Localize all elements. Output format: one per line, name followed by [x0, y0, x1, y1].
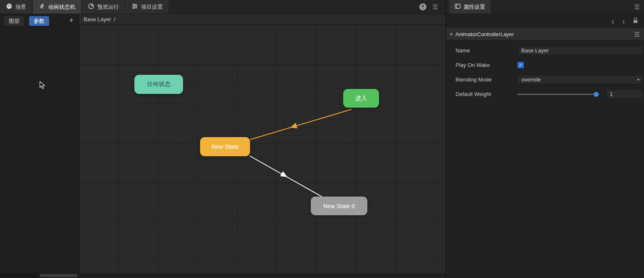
add-parameter-button[interactable]: +	[69, 16, 74, 25]
inspector-panel-icon	[455, 4, 461, 10]
node-entry[interactable]: 进入	[343, 89, 379, 108]
node-any-state-label: 任何状态	[147, 81, 171, 88]
node-new-state[interactable]: New State	[200, 137, 250, 156]
tab-property-settings-label: 属性设置	[463, 3, 485, 11]
play-on-wake-label: Play On Wake	[456, 62, 518, 68]
animator-editor-window: 场景 动画状态机 预览运行 项目设置 ? ☰ 图层	[0, 0, 644, 278]
tab-project-settings-label: 项目设置	[141, 3, 163, 11]
node-any-state[interactable]: 任何状态	[134, 75, 183, 94]
scene-icon	[6, 3, 12, 11]
default-weight-label: Default Weight	[456, 91, 518, 97]
blending-mode-label: Blending Mode	[456, 76, 518, 83]
help-icon[interactable]: ?	[419, 3, 426, 10]
tab-animator-state-machine[interactable]: 动画状态机	[33, 0, 81, 14]
checkmark-icon: ✓	[519, 62, 523, 68]
menu-icon[interactable]: ☰	[433, 4, 438, 10]
default-weight-input[interactable]	[606, 89, 643, 99]
name-input[interactable]	[518, 46, 643, 55]
layers-tab-button[interactable]: 图层	[4, 16, 24, 26]
field-blending-mode: Blending Mode override ▾	[446, 72, 644, 87]
topbar-right-controls: ? ☰	[419, 0, 446, 14]
blending-mode-select[interactable]: override ▾	[518, 75, 643, 84]
canvas-horizontal-scrollbar[interactable]	[79, 273, 446, 278]
state-machine-icon	[39, 3, 45, 11]
state-machine-graph[interactable]: 任何状态 进入 New State New State 0	[79, 25, 446, 278]
blending-mode-value: override	[521, 76, 541, 83]
field-play-on-wake: Play On Wake ✓	[446, 58, 644, 72]
chevron-down-icon: ▾	[637, 77, 639, 82]
tab-preview-run[interactable]: 预览运行	[82, 0, 125, 14]
component-title: AnimatorControllerLayer	[456, 31, 514, 37]
history-forward-icon[interactable]: ›	[622, 17, 625, 25]
tab-project-settings[interactable]: 项目设置	[126, 0, 168, 14]
node-entry-label: 进入	[355, 95, 367, 102]
history-back-icon[interactable]: ‹	[612, 17, 614, 25]
field-default-weight: Default Weight	[446, 87, 644, 101]
parameters-tab-button[interactable]: 参数	[29, 16, 49, 26]
property-fields: Name Play On Wake ✓ Blending Mode overri…	[446, 40, 644, 101]
tab-scene-label: 场景	[15, 3, 26, 11]
tab-preview-label: 预览运行	[97, 3, 119, 11]
breadcrumb: Base Layer /	[79, 14, 446, 25]
state-machine-canvas-area: Base Layer / 任何状态 进入 New State N	[79, 14, 446, 278]
inspector-panel: 属性设置 ☰ ‹ › ▾ AnimatorControllerLayer ☰ N…	[446, 0, 644, 278]
node-new-state-0-label: New State 0	[323, 203, 355, 209]
transition-edges	[79, 25, 446, 278]
default-weight-slider[interactable]	[518, 91, 599, 97]
name-label: Name	[456, 47, 518, 54]
inspector-tab-bar: 属性设置 ☰	[446, 0, 644, 14]
node-new-state-label: New State	[212, 143, 239, 150]
side-panel-toolbar: 图层 参数 +	[0, 14, 79, 27]
project-settings-icon	[131, 3, 138, 11]
tab-scene[interactable]: 场景	[0, 0, 32, 14]
node-new-state-0[interactable]: New State 0	[311, 197, 367, 215]
graph-side-panel: 图层 参数 +	[0, 14, 79, 278]
collapse-arrow-icon[interactable]: ▾	[450, 32, 453, 37]
inspector-menu-icon[interactable]: ☰	[634, 4, 644, 10]
transition-entry-to-newstate[interactable]	[250, 109, 352, 140]
main-tab-bar: 场景 动画状态机 预览运行 项目设置 ? ☰	[0, 0, 446, 14]
scrollbar-handle[interactable]	[40, 274, 78, 277]
mouse-cursor	[40, 81, 47, 91]
side-panel-horizontal-scrollbar[interactable]	[0, 273, 79, 278]
breadcrumb-separator: /	[114, 16, 116, 22]
tab-property-settings[interactable]: 属性设置	[449, 0, 490, 14]
field-name: Name	[446, 43, 644, 58]
lock-icon[interactable]	[633, 17, 638, 25]
component-menu-icon[interactable]: ☰	[634, 31, 640, 37]
tab-animator-label: 动画状态机	[48, 3, 75, 11]
component-section-header[interactable]: ▾ AnimatorControllerLayer ☰	[446, 28, 644, 40]
preview-icon	[88, 3, 94, 11]
breadcrumb-layer[interactable]: Base Layer	[84, 16, 111, 22]
transition-arrowhead-entry-to-newstate	[290, 123, 297, 128]
inspector-nav-row: ‹ ›	[446, 14, 644, 28]
play-on-wake-checkbox[interactable]: ✓	[518, 62, 524, 68]
slider-track[interactable]	[518, 94, 599, 95]
slider-knob[interactable]	[594, 92, 599, 97]
